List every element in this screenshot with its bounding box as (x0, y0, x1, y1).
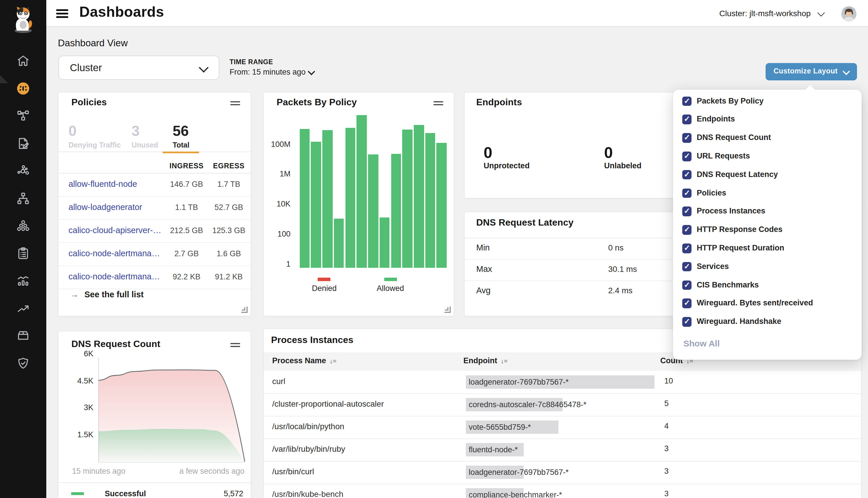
menu-item-label: Policies (697, 188, 726, 197)
menu-item[interactable]: ✓HTTP Response Codes (673, 224, 861, 242)
dashboard-view-select[interactable]: Cluster (59, 55, 219, 80)
hierarchy-icon[interactable] (16, 191, 30, 205)
document-edit-icon[interactable] (16, 136, 30, 150)
menu-item[interactable]: ✓URL Requests (673, 150, 861, 168)
allowed-legend-label[interactable]: Allowed (367, 284, 413, 293)
checkbox-checked-icon[interactable]: ✓ (682, 299, 692, 308)
policies-stat-label[interactable]: Total (173, 141, 190, 149)
checkbox-checked-icon[interactable]: ✓ (682, 317, 692, 327)
checkbox-checked-icon[interactable]: ✓ (682, 207, 692, 216)
policy-name-link[interactable]: allow-fluentd-node (68, 179, 137, 188)
show-all-link[interactable]: Show All (683, 339, 720, 349)
allowed-bar[interactable] (380, 218, 390, 267)
allowed-bar[interactable] (345, 128, 355, 267)
checkbox-checked-icon[interactable]: ✓ (682, 170, 692, 180)
see-full-list-link[interactable]: →See the full list (70, 290, 144, 299)
avatar[interactable] (841, 6, 856, 21)
policy-name-link[interactable]: calico-node-alertmana… (68, 249, 160, 258)
checkbox-checked-icon[interactable]: ✓ (682, 244, 692, 253)
menu-item[interactable]: ✓Policies (673, 186, 861, 205)
checkbox-checked-icon[interactable]: ✓ (682, 115, 692, 124)
y-axis-tick-label: 10K (266, 199, 290, 208)
chevron-down-icon (199, 63, 209, 73)
policies-stat-value-denying-traffic[interactable]: 0 (68, 123, 77, 140)
policies-stat-label[interactable]: Denying Traffic (68, 141, 121, 149)
calico-cat-logo[interactable] (11, 6, 37, 34)
shield-check-icon[interactable] (16, 356, 30, 370)
bar-chart-icon[interactable] (16, 274, 30, 287)
resize-handle[interactable] (444, 306, 451, 313)
allowed-bar[interactable] (368, 154, 378, 267)
drag-handle-icon[interactable] (230, 343, 240, 347)
unprotected-count: 0 (483, 144, 492, 162)
network-policy-icon[interactable] (16, 109, 30, 123)
sort-icon[interactable]: ↓= (501, 358, 508, 365)
customize-layout-button[interactable]: Customize Layout (765, 63, 857, 80)
allowed-bar[interactable] (311, 142, 321, 268)
allowed-bar[interactable] (334, 219, 344, 268)
menu-item[interactable]: ✓DNS Request Count (673, 132, 861, 150)
service-graph-icon[interactable] (16, 164, 30, 178)
resize-handle[interactable] (241, 306, 248, 313)
menu-item[interactable]: ✓Packets By Policy (673, 94, 861, 113)
policy-row: allow-loadgenerator1.1 TB52.7 GB (59, 196, 250, 220)
menu-item-label: CIS Benchmarks (697, 280, 759, 289)
policy-name-link[interactable]: allow-loadgenerator (68, 202, 142, 212)
egress-column-header[interactable]: EGRESS (203, 162, 255, 170)
drag-handle-icon[interactable] (230, 101, 240, 106)
allowed-bar[interactable] (437, 143, 447, 267)
menu-item-label: HTTP Request Duration (697, 244, 785, 252)
menu-icon[interactable] (56, 9, 68, 18)
menu-item[interactable]: ✓HTTP Request Duration (673, 242, 861, 260)
allowed-bar[interactable] (414, 125, 424, 268)
allowed-bar[interactable] (402, 129, 413, 267)
policy-name-link[interactable]: calico-cloud-apiserver-… (68, 226, 161, 235)
policies-stat-value-unused[interactable]: 3 (132, 123, 140, 140)
inventory-box-icon[interactable] (16, 329, 30, 342)
policy-egress-value: 91.2 KB (203, 272, 255, 281)
drag-handle-icon[interactable] (433, 101, 443, 106)
menu-item[interactable]: ✓DNS Request Latency (673, 168, 861, 187)
denied-legend-label[interactable]: Denied (301, 284, 348, 293)
time-range-value[interactable]: From: 15 minutes ago (230, 67, 314, 76)
checkbox-checked-icon[interactable]: ✓ (682, 96, 692, 106)
checkbox-checked-icon[interactable]: ✓ (682, 280, 692, 290)
checkbox-checked-icon[interactable]: ✓ (682, 188, 692, 198)
policy-egress-value: 1.7 TB (203, 180, 255, 188)
allowed-bar[interactable] (425, 133, 435, 267)
checkbox-checked-icon[interactable]: ✓ (682, 225, 692, 235)
dns-count-area-chart (99, 354, 245, 462)
home-icon[interactable] (16, 54, 30, 68)
allowed-legend-swatch[interactable] (384, 278, 397, 281)
menu-item[interactable]: ✓Process Instances (673, 205, 861, 224)
menu-item[interactable]: ✓Wireguard. Bytes sent/received (673, 297, 861, 315)
trend-up-icon[interactable] (16, 301, 30, 315)
clipboard-list-icon[interactable] (16, 246, 30, 260)
menu-item-label: Wireguard. Handshake (697, 317, 781, 326)
menu-item[interactable]: ✓CIS Benchmarks (673, 278, 861, 297)
checkbox-checked-icon[interactable]: ✓ (682, 262, 692, 272)
checkbox-checked-icon[interactable]: ✓ (682, 133, 692, 143)
process-name-column-header[interactable]: Process Name↓= (272, 357, 337, 365)
denied-legend-swatch[interactable] (318, 278, 331, 281)
unlabeled-count: 0 (604, 144, 613, 162)
y-axis-tick-label: 4.5K (69, 376, 93, 385)
unlabeled-label: Unlabeled (604, 161, 642, 170)
menu-item[interactable]: ✓Endpoints (673, 113, 861, 132)
allowed-bar[interactable] (357, 115, 367, 267)
allowed-bar[interactable] (322, 130, 333, 268)
endpoint-column-header[interactable]: Endpoint↓= (464, 357, 508, 365)
menu-item[interactable]: ✓Wireguard. Handshake (673, 315, 861, 334)
cluster-nodes-icon[interactable] (16, 219, 30, 233)
allowed-bar[interactable] (299, 129, 310, 267)
policy-name-link[interactable]: calico-node-alertmana… (68, 272, 160, 281)
policies-stat-value-total[interactable]: 56 (173, 123, 189, 140)
menu-item[interactable]: ✓Services (673, 260, 861, 279)
cluster-selector[interactable]: Cluster: jlt-msft-workshop (719, 9, 823, 18)
checkbox-checked-icon[interactable]: ✓ (682, 152, 692, 161)
process-name: curl (272, 377, 285, 386)
policies-stat-label[interactable]: Unused (132, 141, 158, 149)
dashboard-gauge-icon[interactable] (16, 81, 30, 95)
sort-icon[interactable]: ↓= (329, 358, 337, 365)
allowed-bar[interactable] (391, 154, 401, 267)
